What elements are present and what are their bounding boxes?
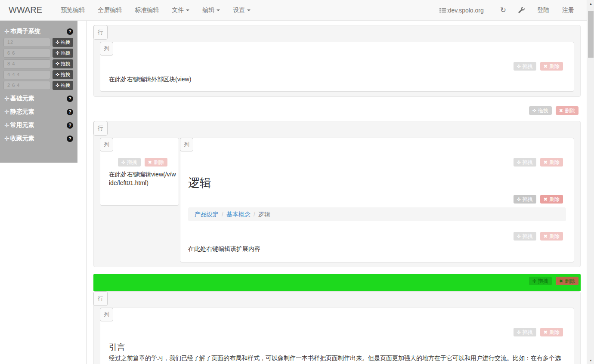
scroll-down-button[interactable]: ▼: [587, 357, 594, 364]
nav-standard-edit[interactable]: 标准编辑: [128, 0, 165, 21]
close-icon: ✖: [544, 63, 548, 70]
delete-button[interactable]: ✖删除: [540, 232, 563, 241]
scroll-up-icon: ▲: [589, 2, 592, 5]
delete-button[interactable]: ✖删除: [556, 277, 579, 285]
drag-label: 拖拽: [523, 233, 533, 240]
drag-label: 拖拽: [61, 39, 70, 46]
drag-button[interactable]: ✜拖拽: [53, 81, 73, 90]
delete-button[interactable]: ✖删除: [540, 328, 563, 336]
delete-label: 删除: [549, 63, 560, 70]
delete-label: 删除: [565, 107, 575, 114]
view-block-placeholder[interactable]: 在此处右键编辑外部区块(view): [109, 75, 191, 83]
drag-button[interactable]: ✜拖拽: [514, 158, 536, 167]
nav-settings-dropdown[interactable]: 设置: [226, 0, 257, 21]
drag-button[interactable]: ✜拖拽: [53, 59, 73, 68]
layout-item: 12 ✜拖拽: [3, 38, 74, 47]
close-icon: ✖: [544, 196, 548, 203]
nav-label: 标准编辑: [135, 6, 159, 14]
drag-button[interactable]: ✜拖拽: [514, 195, 536, 204]
intro-paragraph: 经过之前篇章的学习，我们已经了解了页面的布局和样式，可以像制作一本书样把页面制作…: [109, 354, 566, 362]
chevron-down-icon: [247, 9, 251, 11]
editor-row1-column: 列 ✜拖拽 ✖删除 在此处右键编辑外部区块(view): [100, 42, 574, 92]
drag-button[interactable]: ✜拖拽: [529, 277, 552, 285]
row-tab[interactable]: 行: [93, 121, 108, 136]
help-icon[interactable]: ?: [67, 122, 73, 129]
login-link[interactable]: 登陆: [531, 6, 556, 14]
breadcrumb-link-product[interactable]: 产品设定: [195, 211, 219, 218]
vertical-scrollbar[interactable]: ▲ ▼: [587, 0, 594, 364]
tools-button[interactable]: [512, 7, 531, 13]
sidebar-section-layout[interactable]: ✛ 布局子系统 ?: [4, 28, 73, 35]
move-icon: ✜: [56, 83, 59, 88]
drag-button[interactable]: ✜拖拽: [118, 158, 141, 167]
drag-button[interactable]: ✜拖拽: [514, 328, 536, 336]
nav-file-dropdown[interactable]: 文件: [165, 0, 196, 21]
help-icon[interactable]: ?: [67, 28, 73, 35]
brand-logo[interactable]: WWARE: [9, 5, 42, 15]
drag-label: 拖拽: [523, 196, 533, 203]
layout-item-label: 2 6 4: [3, 81, 50, 90]
drag-button[interactable]: ✜拖拽: [514, 62, 536, 71]
delete-button[interactable]: ✖删除: [540, 62, 563, 71]
refresh-button[interactable]: ↻: [494, 6, 512, 15]
host-indicator[interactable]: :dev.spolo.org: [439, 7, 484, 14]
column-tab[interactable]: 列: [100, 308, 113, 321]
breadcrumb: 产品设定 / 基本概念 / 逻辑: [188, 207, 566, 221]
delete-button[interactable]: ✖删除: [540, 195, 563, 204]
drag-label: 拖拽: [523, 329, 533, 336]
block-controls: ✜拖拽 ✖删除: [514, 232, 563, 241]
chevron-down-icon: [186, 9, 189, 11]
drag-button[interactable]: ✜拖拽: [53, 70, 73, 79]
drag-label: 拖拽: [61, 50, 70, 56]
sidebar-section-basic[interactable]: ✛ 基础元素 ?: [4, 95, 73, 102]
scrollbar-thumb[interactable]: [588, 11, 594, 58]
nav-label: 编辑: [202, 6, 214, 14]
nav-preview-edit[interactable]: 预览编辑: [54, 0, 91, 21]
nav-fullscreen-edit[interactable]: 全屏编辑: [91, 0, 128, 21]
plus-icon: ✛: [4, 135, 9, 142]
row-tab[interactable]: 行: [93, 25, 108, 40]
help-icon[interactable]: ?: [67, 109, 73, 115]
sidebar-section-common[interactable]: ✛ 常用元素 ?: [4, 121, 73, 129]
layout-item: 2 6 4 ✜拖拽: [3, 81, 74, 90]
green-row-bar[interactable]: ✜拖拽 ✖删除: [93, 274, 581, 291]
nav-edit-dropdown[interactable]: 编辑: [196, 0, 226, 21]
close-icon: ✖: [559, 107, 563, 114]
sidebar-section-static[interactable]: ✛ 静态元素 ?: [4, 108, 73, 116]
column-tab[interactable]: 列: [100, 138, 113, 151]
breadcrumb-link-concepts[interactable]: 基本概念: [226, 211, 251, 218]
drag-button[interactable]: ✜拖拽: [53, 38, 73, 47]
scroll-up-button[interactable]: ▲: [587, 0, 594, 7]
host-name: :dev.spolo.org: [446, 7, 484, 14]
column-tab[interactable]: 列: [180, 138, 193, 151]
sidebar-section-favorite[interactable]: ✛ 收藏元素 ?: [4, 135, 73, 142]
help-icon[interactable]: ?: [67, 96, 73, 102]
layout-item: 4 4 4 ✜拖拽: [3, 70, 74, 79]
section-title: 静态元素: [10, 108, 34, 116]
breadcrumb-separator: /: [222, 211, 223, 218]
refresh-icon: ↻: [500, 6, 506, 15]
delete-label: 删除: [549, 159, 560, 166]
delete-button[interactable]: ✖删除: [145, 158, 167, 167]
drag-label: 拖拽: [538, 278, 548, 284]
drag-button[interactable]: ✜拖拽: [53, 49, 73, 58]
elements-sidebar: ✛ 布局子系统 ? 12 ✜拖拽 6 6 ✜拖拽 8 4 ✜拖拽 4 4 4 ✜…: [0, 21, 77, 163]
drag-button[interactable]: ✜拖拽: [529, 106, 552, 115]
drag-label: 拖拽: [538, 107, 548, 114]
delete-button[interactable]: ✖删除: [540, 158, 563, 167]
view-left-placeholder[interactable]: 在此处右键编辑view(/v/wide/left01.html): [109, 170, 176, 187]
extension-placeholder[interactable]: 在此处右键编辑该扩展内容: [188, 244, 260, 253]
drag-label: 拖拽: [61, 82, 70, 89]
row-tab[interactable]: 行: [93, 291, 108, 306]
delete-button[interactable]: ✖删除: [556, 106, 579, 115]
move-icon: ✜: [56, 40, 59, 45]
drag-button[interactable]: ✜拖拽: [514, 232, 536, 241]
register-link[interactable]: 注册: [556, 6, 581, 14]
delete-label: 删除: [154, 159, 164, 166]
wrench-icon: [518, 7, 525, 13]
close-icon: ✖: [559, 278, 563, 284]
column-tab[interactable]: 列: [100, 42, 113, 56]
layout-item: 8 4 ✜拖拽: [3, 59, 74, 68]
block-controls: ✜拖拽 ✖删除: [514, 158, 563, 167]
help-icon[interactable]: ?: [67, 136, 73, 142]
